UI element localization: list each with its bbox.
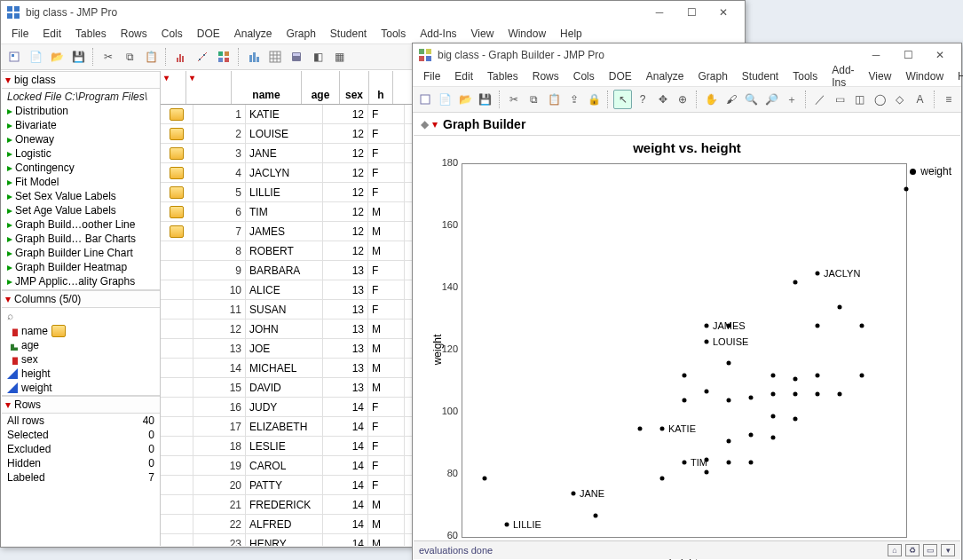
script-item[interactable]: ▸Graph Builder Line Chart [2, 246, 160, 260]
status-home-icon[interactable]: ⌂ [888, 544, 902, 556]
plot-region[interactable]: KATIELOUISEJANEJACLYNLILLIETIMJAMES [462, 163, 907, 538]
col-header-name[interactable]: name [232, 71, 302, 104]
data-point[interactable] [705, 324, 709, 328]
column-item[interactable]: height [2, 367, 160, 381]
data-point[interactable] [572, 492, 576, 496]
menu-rows[interactable]: Rows [525, 68, 566, 84]
data-point[interactable] [816, 392, 820, 397]
menu-help[interactable]: Help [951, 68, 963, 84]
data-point[interactable] [727, 438, 731, 443]
column-item[interactable]: weight [2, 381, 160, 395]
data-point[interactable] [483, 476, 487, 480]
brush-tool[interactable]: 🖌 [722, 90, 741, 109]
status-recycle-icon[interactable]: ♻ [905, 544, 920, 556]
data-point[interactable] [904, 187, 909, 192]
data-point[interactable] [771, 374, 776, 378]
add-tool[interactable]: ＋ [782, 90, 801, 109]
lasso-tool[interactable]: ◯ [871, 90, 889, 109]
data-point[interactable] [727, 461, 731, 465]
row-stat[interactable]: Labeled7 [2, 470, 160, 485]
script-item[interactable]: ▸JMP Applic…ality Graphs [2, 274, 160, 288]
text-tool[interactable]: A [911, 90, 929, 109]
row-stat[interactable]: Hidden0 [2, 456, 160, 470]
data-point[interactable] [505, 523, 509, 527]
data-point[interactable] [771, 414, 776, 418]
home-button[interactable] [4, 47, 24, 67]
row-stat[interactable]: Excluded0 [2, 442, 160, 456]
script-item[interactable]: ▸Graph Builder Heatmap [2, 260, 160, 274]
script-item[interactable]: ▸Logistic [2, 146, 160, 161]
search-icon[interactable]: ⌕ [2, 308, 160, 324]
data-point[interactable] [683, 374, 687, 378]
data-point[interactable] [705, 339, 709, 343]
disclosure-icon[interactable]: ▾ [432, 118, 438, 130]
script-item[interactable]: ▸Distribution [2, 104, 160, 118]
menu-file[interactable]: File [416, 68, 447, 84]
data-point[interactable] [860, 324, 864, 328]
region-button[interactable]: ◧ [308, 47, 328, 67]
calc-button[interactable] [287, 47, 306, 67]
menu-cols[interactable]: Cols [566, 68, 602, 84]
data-point[interactable] [838, 305, 842, 310]
data-point[interactable] [793, 392, 798, 397]
minimize-button[interactable]: ─ [860, 43, 892, 67]
open-button[interactable]: 📂 [47, 47, 67, 67]
script-item[interactable]: ▸Contingency [2, 161, 160, 175]
status-dropdown-icon[interactable]: ▾ [941, 544, 955, 556]
data-point[interactable] [749, 461, 754, 465]
col-header-age[interactable]: age [302, 71, 340, 104]
data-point[interactable] [705, 457, 709, 461]
graph-button[interactable] [214, 47, 233, 67]
data-point[interactable] [660, 426, 665, 430]
menu-add-ins[interactable]: Add-Ins [825, 62, 861, 91]
open-button[interactable]: 📂 [456, 90, 475, 109]
rect-tool[interactable]: ▭ [831, 90, 849, 109]
outline-header[interactable]: ◆ ▾ Graph Builder [414, 114, 960, 136]
maximize-button[interactable]: ☐ [675, 1, 707, 24]
menu-tables[interactable]: Tables [480, 68, 525, 84]
overlay-button[interactable]: ▦ [329, 47, 349, 67]
data-point[interactable] [594, 513, 598, 517]
menu-rows[interactable]: Rows [114, 26, 154, 42]
menu-tools[interactable]: Tools [785, 68, 825, 84]
column-item[interactable]: sex [2, 352, 160, 367]
save-button[interactable]: 💾 [68, 47, 88, 67]
scroll-tool[interactable]: ✥ [653, 90, 672, 109]
menu-view[interactable]: View [464, 26, 501, 42]
menu-edit[interactable]: Edit [447, 68, 480, 84]
menu-view[interactable]: View [862, 68, 899, 84]
data-point[interactable] [660, 476, 665, 480]
script-item[interactable]: ▸Bivariate [2, 118, 160, 132]
data-point[interactable] [727, 361, 731, 366]
data-point[interactable] [793, 280, 798, 285]
script-item[interactable]: ▸Set Age Value Labels [2, 203, 160, 217]
paste-button[interactable]: 📋 [545, 90, 564, 109]
fit-button[interactable] [193, 47, 212, 67]
data-point[interactable] [816, 324, 820, 328]
menu-help[interactable]: Help [553, 26, 589, 42]
script-item[interactable]: ▸Graph Build… Bar Charts [2, 232, 160, 246]
copy-button[interactable]: ⧉ [120, 47, 139, 67]
script-item[interactable]: ▸Oneway [2, 132, 160, 146]
corner-cell[interactable]: ▾ [161, 71, 186, 104]
row-stat[interactable]: Selected0 [2, 428, 160, 442]
menu-doe[interactable]: DOE [190, 26, 227, 42]
menu-file[interactable]: File [4, 26, 36, 42]
disclosure-icon[interactable]: ▾ [5, 398, 11, 411]
script-item[interactable]: ▸Graph Build…oother Line [2, 217, 160, 232]
disclosure-icon[interactable]: ▾ [5, 74, 11, 86]
data-point[interactable] [771, 392, 776, 397]
legend[interactable]: weight [910, 165, 951, 177]
col-header-h[interactable]: h [369, 71, 393, 104]
new-button[interactable]: 📄 [26, 47, 45, 67]
disclosure-icon[interactable]: ▾ [5, 293, 11, 305]
data-point[interactable] [749, 395, 754, 399]
save-button[interactable]: 💾 [477, 90, 495, 109]
data-point[interactable] [727, 324, 731, 328]
data-point[interactable] [793, 376, 798, 381]
home-button[interactable] [416, 90, 435, 109]
table-button[interactable] [265, 47, 285, 67]
copy-button[interactable]: ⧉ [525, 90, 543, 109]
minimize-button[interactable]: ─ [643, 1, 675, 24]
poly-tool[interactable]: ◇ [891, 90, 910, 109]
